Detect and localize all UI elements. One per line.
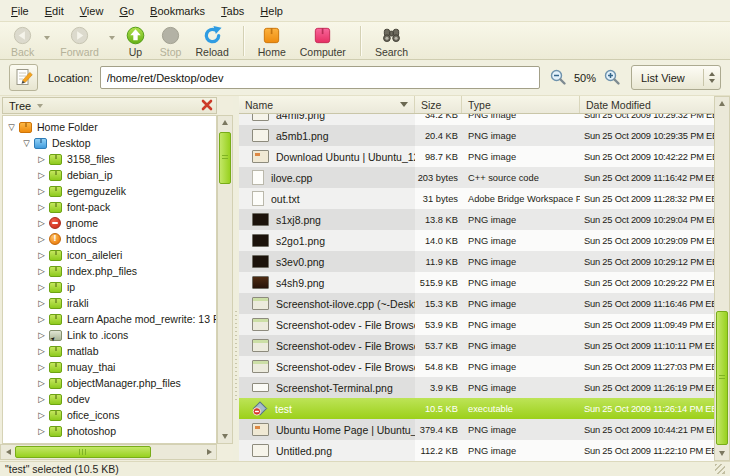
tree-expander-icon[interactable]: ▷ bbox=[36, 295, 47, 311]
column-header-name[interactable]: Name bbox=[239, 96, 415, 113]
file-row[interactable]: a4ml9.png 34.2 KB PNG image Sun 25 Oct 2… bbox=[239, 114, 714, 125]
menu-bookmarks[interactable]: Bookmarks bbox=[142, 2, 213, 20]
home-button[interactable]: Home bbox=[251, 24, 293, 58]
column-header-date-modified[interactable]: Date Modified bbox=[580, 96, 714, 113]
tree-expander-icon[interactable]: ▷ bbox=[36, 311, 47, 327]
tree-item[interactable]: ▷ debian_ip bbox=[3, 167, 216, 183]
tree-item[interactable]: ▷ muay_thai bbox=[3, 359, 216, 375]
file-row[interactable]: Ubuntu Home Page | Ubuntu_125... 379.4 K… bbox=[239, 419, 714, 440]
zoom-in-icon bbox=[603, 68, 621, 88]
toggle-location-entry-button[interactable] bbox=[9, 64, 38, 91]
menu-view[interactable]: View bbox=[72, 2, 112, 20]
tree-item[interactable]: ▷ ofice_icons bbox=[3, 407, 216, 423]
tree-vertical-scrollbar[interactable] bbox=[217, 115, 233, 444]
search-button[interactable]: Search bbox=[368, 24, 415, 58]
file-row[interactable]: a5mb1.png 20.4 KB PNG image Sun 25 Oct 2… bbox=[239, 125, 714, 146]
menu-edit[interactable]: Edit bbox=[37, 2, 72, 20]
side-pane-mode-button[interactable]: Tree bbox=[2, 97, 217, 114]
tree-expander-icon[interactable]: ▷ bbox=[36, 231, 47, 247]
tree-expander-icon[interactable]: ▷ bbox=[36, 199, 47, 215]
tree-expander-icon[interactable]: ▷ bbox=[36, 247, 47, 263]
tree-expander-icon[interactable]: ▽ bbox=[6, 119, 17, 135]
tree-expander-icon[interactable]: ▷ bbox=[36, 423, 47, 439]
tree-expander-icon[interactable]: ▷ bbox=[36, 263, 47, 279]
file-row[interactable]: test 10.5 KB executable Sun 25 Oct 2009 … bbox=[239, 398, 714, 419]
tree-item[interactable]: ▽ Home Folder bbox=[3, 119, 216, 135]
tree-item[interactable]: ▷ Learn Apache mod_rewrite: 13 Real-worl bbox=[3, 311, 216, 327]
tree-expander-icon[interactable]: ▷ bbox=[36, 391, 47, 407]
tree-item[interactable]: ▷ index.php_files bbox=[3, 263, 216, 279]
tree-item[interactable]: ▷ matlab bbox=[3, 343, 216, 359]
scroll-up-button[interactable] bbox=[715, 97, 729, 110]
reload-button[interactable]: Reload bbox=[188, 24, 235, 58]
file-row[interactable]: s1xj8.png 13.8 KB PNG image Sun 25 Oct 2… bbox=[239, 209, 714, 230]
tree-item[interactable]: ▷ photoshop bbox=[3, 423, 216, 439]
file-row[interactable]: s4sh9.png 515.9 KB PNG image Sun 25 Oct … bbox=[239, 272, 714, 293]
tree-item[interactable]: ▷ objectManager.php_files bbox=[3, 375, 216, 391]
tree-expander-icon[interactable]: ▷ bbox=[36, 407, 47, 423]
column-header-size[interactable]: Size bbox=[415, 96, 462, 113]
back-history-dropdown[interactable] bbox=[41, 27, 53, 49]
file-row[interactable]: s3ev0.png 11.9 KB PNG image Sun 25 Oct 2… bbox=[239, 251, 714, 272]
tree-item[interactable]: ▷ gnome bbox=[3, 215, 216, 231]
scroll-down-button[interactable] bbox=[218, 430, 232, 443]
tree-expander-icon[interactable]: ▷ bbox=[36, 151, 47, 167]
menu-tabs[interactable]: Tabs bbox=[213, 2, 252, 20]
scroll-down-button[interactable] bbox=[715, 447, 729, 460]
file-list-vertical-scrollbar[interactable] bbox=[714, 96, 730, 461]
forward-history-dropdown[interactable] bbox=[106, 27, 118, 49]
tree-item[interactable]: ▷ htdocs bbox=[3, 231, 216, 247]
tree-item[interactable]: ▷ icon_aileleri bbox=[3, 247, 216, 263]
tree-item[interactable]: ▷ ip bbox=[3, 279, 216, 295]
view-mode-select[interactable]: List View bbox=[631, 65, 721, 90]
up-button[interactable]: Up bbox=[118, 24, 153, 58]
file-icon bbox=[252, 114, 269, 121]
menu-go[interactable]: Go bbox=[111, 2, 142, 20]
zoom-out-button[interactable] bbox=[547, 67, 569, 89]
file-row[interactable]: s2go1.png 14.0 KB PNG image Sun 25 Oct 2… bbox=[239, 230, 714, 251]
stop-button[interactable]: Stop bbox=[153, 24, 189, 58]
tree-expander-icon[interactable]: ▷ bbox=[36, 167, 47, 183]
file-row[interactable]: Screenshot-Terminal.png 3.9 KB PNG image… bbox=[239, 377, 714, 398]
menu-help[interactable]: Help bbox=[252, 2, 291, 20]
resize-grip[interactable] bbox=[715, 464, 725, 474]
tree-item[interactable]: ▷ font-pack bbox=[3, 199, 216, 215]
file-row[interactable]: Screenshot-odev - File Browser.p... 53.9… bbox=[239, 314, 714, 335]
tree-item[interactable]: ▷ odev bbox=[3, 391, 216, 407]
file-row[interactable]: out.txt 31 bytes Adobe Bridge Workspace … bbox=[239, 188, 714, 209]
file-row[interactable]: Untitled.png 112.2 KB PNG image Sun 25 O… bbox=[239, 440, 714, 461]
tree-item[interactable]: ▷ Link to .icons bbox=[3, 327, 216, 343]
file-row[interactable]: Screenshot-odev - File Browser-2... 54.8… bbox=[239, 356, 714, 377]
column-header-type[interactable]: Type bbox=[462, 96, 580, 113]
menu-file[interactable]: File bbox=[3, 2, 37, 20]
file-list-scrollbar-thumb[interactable] bbox=[716, 311, 728, 445]
tree-item[interactable]: ▷ egemguzelik bbox=[3, 183, 216, 199]
tree-hscrollbar-thumb[interactable] bbox=[15, 446, 151, 458]
tree-item[interactable]: ▽ Desktop bbox=[3, 135, 216, 151]
tree-expander-icon[interactable]: ▷ bbox=[36, 359, 47, 375]
computer-button[interactable]: Computer bbox=[293, 24, 353, 58]
file-row[interactable]: Download Ubuntu | Ubuntu_1256... 98.7 KB… bbox=[239, 146, 714, 167]
tree-expander-icon[interactable]: ▷ bbox=[36, 183, 47, 199]
forward-button[interactable]: Forward bbox=[53, 24, 106, 58]
tree-expander-icon[interactable]: ▷ bbox=[36, 375, 47, 391]
tree-horizontal-scrollbar[interactable] bbox=[0, 444, 217, 460]
scroll-up-button[interactable] bbox=[218, 116, 232, 129]
back-button[interactable]: Back bbox=[4, 24, 41, 58]
file-row[interactable]: Screenshot-odev - File Browser-1... 53.7… bbox=[239, 335, 714, 356]
tree-expander-icon[interactable]: ▽ bbox=[21, 135, 32, 151]
tree-expander-icon[interactable]: ▷ bbox=[36, 343, 47, 359]
location-input[interactable] bbox=[100, 66, 540, 89]
file-row[interactable]: ilove.cpp 203 bytes C++ source code Sun … bbox=[239, 167, 714, 188]
tree-item[interactable]: ▷ irakli bbox=[3, 295, 216, 311]
zoom-in-button[interactable] bbox=[601, 67, 623, 89]
file-row[interactable]: Screenshot-ilove.cpp (~-Desktop... 15.3 … bbox=[239, 293, 714, 314]
tree-expander-icon[interactable]: ▷ bbox=[36, 279, 47, 295]
tree-item[interactable]: ▷ 3158_files bbox=[3, 151, 216, 167]
close-side-pane-button[interactable] bbox=[198, 97, 215, 114]
scroll-right-button[interactable] bbox=[202, 445, 216, 459]
tree-expander-icon[interactable]: ▷ bbox=[36, 327, 47, 343]
tree-scrollbar-thumb[interactable] bbox=[219, 132, 231, 184]
scroll-left-button[interactable] bbox=[1, 445, 15, 459]
tree-expander-icon[interactable]: ▷ bbox=[36, 215, 47, 231]
